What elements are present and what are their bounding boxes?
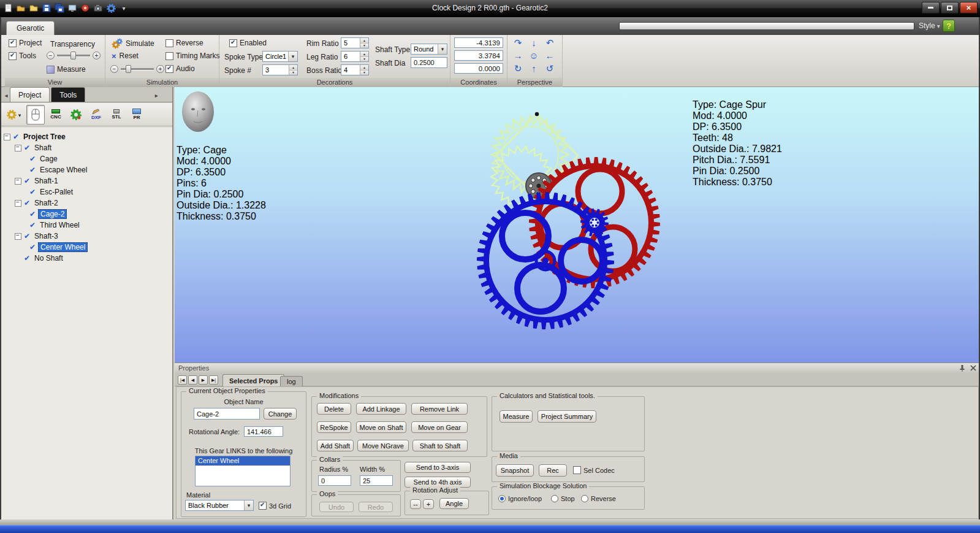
tree-item-shaft-3[interactable]: Shaft-3	[0, 231, 172, 242]
redo-button[interactable]: Redo	[359, 502, 393, 512]
slider-thumb[interactable]	[70, 52, 76, 59]
grid-checkbox[interactable]: 3d Grid	[259, 502, 291, 510]
change-button[interactable]: Change	[264, 408, 297, 420]
tree-item-escape-wheel[interactable]: Escape Wheel	[0, 164, 172, 175]
enabled-checkbox[interactable]: Enabled	[229, 39, 267, 47]
record-button[interactable]: Rec	[539, 464, 567, 477]
snapshot-button[interactable]: Snapshot	[496, 464, 534, 477]
perspective-roll-ccw-button[interactable]: ↺	[542, 62, 558, 75]
tools-checkbox[interactable]: Tools	[9, 52, 36, 60]
timing-marks-checkbox[interactable]: Timing Marks	[165, 52, 220, 60]
check-icon[interactable]	[24, 232, 30, 240]
rotate-minus-button[interactable]: --	[410, 499, 421, 509]
panel-collapse-icon[interactable]	[2, 88, 10, 102]
radius-field[interactable]: 0	[318, 475, 351, 486]
slider-thumb[interactable]	[126, 65, 131, 73]
boss-ratio-spinner[interactable]: 4	[341, 64, 369, 75]
style-gallery-bar[interactable]	[619, 22, 914, 30]
collapse-icon[interactable]	[15, 200, 21, 207]
help-button[interactable]: ?	[943, 20, 955, 32]
tab-selected-props[interactable]: Selected Props	[222, 374, 284, 386]
nav-prev-button[interactable]: ◀	[188, 375, 197, 385]
minimize-button[interactable]	[922, 2, 940, 13]
pointer-tool-button[interactable]	[26, 105, 45, 125]
tree-item-cage-2[interactable]: Cage-2	[0, 209, 172, 220]
angle-button[interactable]: Angle	[439, 498, 469, 509]
check-icon[interactable]	[29, 188, 36, 196]
open-folder-button[interactable]	[28, 2, 39, 13]
measure-button[interactable]: Measure	[499, 410, 533, 423]
perspective-roll-cw-button[interactable]: ↻	[510, 62, 526, 75]
dxf-export-button[interactable]: DXF	[87, 105, 105, 125]
perspective-left-button[interactable]: ←	[542, 49, 558, 62]
audio-button[interactable]	[80, 2, 91, 13]
material-select[interactable]: Black Rubber	[185, 500, 254, 511]
move-on-shaft-button[interactable]: Move on Shaft	[356, 421, 406, 433]
collapse-icon[interactable]	[4, 134, 10, 140]
rim-ratio-spinner[interactable]: 5	[341, 37, 369, 48]
settings-gear-button[interactable]	[105, 2, 116, 13]
spinner-up-icon[interactable]	[360, 52, 368, 57]
close-panel-icon[interactable]	[970, 365, 976, 371]
panel-expand-icon[interactable]	[153, 88, 160, 102]
rotate-plus-button[interactable]: +	[423, 499, 434, 509]
increase-icon[interactable]	[156, 65, 164, 73]
check-icon[interactable]	[29, 221, 36, 229]
save-all-button[interactable]	[54, 2, 65, 13]
tree-item-esc-pallet[interactable]: Esc-Pallet	[0, 186, 172, 197]
check-icon[interactable]	[29, 210, 36, 218]
increase-icon[interactable]	[93, 52, 101, 59]
simulation-speed-slider[interactable]	[110, 65, 164, 73]
add-shaft-button[interactable]: Add Shaft	[317, 440, 354, 451]
send-to-3axis-button[interactable]: Send to 3-axis	[405, 462, 471, 473]
remove-link-button[interactable]: Remove Link	[411, 403, 468, 415]
move-on-gear-button[interactable]: Move on Gear	[411, 421, 468, 433]
rotational-angle-field[interactable]: 141.466	[244, 426, 283, 437]
slider-track[interactable]	[57, 55, 90, 56]
spinner-up-icon[interactable]	[360, 38, 368, 44]
tree-item-no-shaft[interactable]: No Shaft	[0, 253, 172, 264]
move-ngrave-button[interactable]: Move NGrave	[357, 440, 409, 451]
leg-ratio-spinner[interactable]: 6	[341, 51, 369, 62]
reverse-checkbox[interactable]: Reverse	[165, 39, 203, 47]
screen-button[interactable]	[67, 2, 78, 13]
spinner-down-icon[interactable]	[289, 71, 297, 75]
check-icon[interactable]	[29, 155, 36, 163]
add-linkage-button[interactable]: Add Linkage	[356, 403, 406, 415]
tab-log[interactable]: log	[280, 376, 303, 386]
tree-item-shaft-2[interactable]: Shaft-2	[0, 197, 172, 209]
tree-item-third-wheel[interactable]: Third Wheel	[0, 220, 172, 231]
spinner-up-icon[interactable]	[360, 65, 368, 71]
object-name-field[interactable]: Cage-2	[194, 408, 260, 420]
perspective-arc-left-button[interactable]: ↶	[542, 36, 558, 49]
spoke-type-select[interactable]: Circle1	[262, 51, 298, 62]
check-icon[interactable]	[24, 199, 30, 207]
save-button[interactable]	[41, 2, 52, 13]
spoke-count-spinner[interactable]: 3	[262, 64, 298, 75]
stl-export-button[interactable]: STL	[107, 105, 126, 125]
gear-menu-button[interactable]	[2, 105, 25, 125]
tree-item-center-wheel[interactable]: Center Wheel	[0, 242, 172, 253]
new-file-button[interactable]	[2, 2, 13, 13]
spinner-down-icon[interactable]	[360, 71, 368, 75]
spinner-down-icon[interactable]	[360, 44, 368, 48]
project-checkbox[interactable]: Project	[9, 39, 42, 47]
nav-first-button[interactable]: |◀	[178, 375, 187, 385]
maximize-button[interactable]	[941, 2, 959, 13]
perspective-reset-button[interactable]: ☺	[526, 49, 542, 62]
respoke-button[interactable]: ReSpoke	[317, 421, 351, 433]
list-item[interactable]: Center Wheel	[196, 456, 290, 466]
tab-gearotic[interactable]: Gearotic	[6, 21, 55, 35]
tree-item-shaft-1[interactable]: Shaft-1	[0, 175, 172, 186]
tree-item-shaft[interactable]: Shaft	[0, 142, 172, 153]
reset-button[interactable]: Reset	[110, 51, 140, 61]
camera-button[interactable]	[93, 2, 104, 13]
perspective-down-button[interactable]: ↓	[526, 36, 542, 49]
sel-codec-checkbox[interactable]: Sel Codec	[573, 466, 615, 474]
ignore-loop-radio[interactable]: Ignore/loop	[498, 495, 542, 502]
nav-last-button[interactable]: ▶|	[209, 375, 218, 385]
chevron-down-icon[interactable]	[288, 52, 297, 61]
delete-button[interactable]: Delete	[317, 403, 351, 415]
nav-next-button[interactable]: ▶	[199, 375, 208, 385]
collapse-icon[interactable]	[15, 145, 21, 151]
